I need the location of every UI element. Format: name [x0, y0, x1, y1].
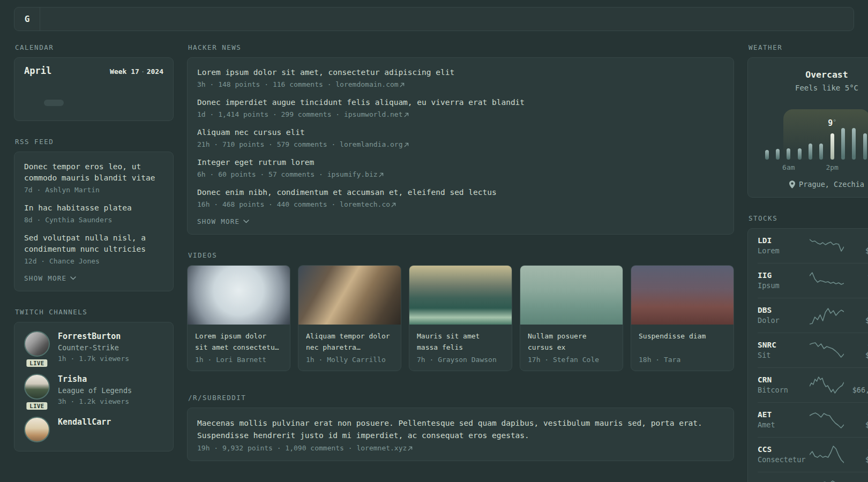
weather-widget: Overcast Feels like 5°C 9° 6am2pm10pm Pr… [747, 57, 868, 198]
stock-sparkline [810, 479, 844, 482]
video-card[interactable]: Suspendisse diam 18h · Tara [631, 265, 734, 371]
rss-item-title[interactable]: Sed volutpat nulla nisl, a condimentum n… [24, 232, 163, 255]
calendar-day [64, 100, 84, 106]
weather-hour-label: 6am [782, 163, 795, 171]
domain-text: loremlandia.org [340, 140, 402, 148]
video-meta: 1h · Molly Carrillo [298, 353, 401, 371]
video-card[interactable]: Lorem ipsum dolor sit amet consectetu… 1… [187, 265, 290, 371]
stock-values: +2.84% $42.04 [844, 270, 868, 291]
weather-current-temp: 9° [828, 118, 836, 128]
stock-id: CRN Bitcorn [758, 374, 810, 395]
stock-values: +1.36% $148.64 [844, 340, 868, 360]
stock-row[interactable]: AET Amet +0.92% $499.72 [758, 402, 868, 437]
calendar-day [124, 93, 144, 99]
twitch-channel-meta: 3h · 1.2k viewers [58, 396, 132, 407]
rss-item: In hac habitasse platea 8d · Cynthia Sau… [24, 202, 163, 224]
rss-item-title[interactable]: In hac habitasse platea [24, 202, 163, 214]
stock-row[interactable]: AHS +0.46% [758, 472, 868, 482]
hackernews-item: Aliquam nec cursus elit 21h · 710 points… [197, 127, 724, 148]
calendar-weekday [64, 81, 84, 87]
current-temp-value: 9 [828, 118, 833, 128]
location-pin-icon [789, 180, 795, 189]
hackernews-item-title[interactable]: Aliquam nec cursus elit [197, 127, 724, 138]
weather-bar [863, 133, 867, 160]
stock-sparkline [810, 341, 844, 360]
stock-values: +0.92% $499.72 [844, 409, 868, 430]
calendar-day [144, 107, 163, 113]
stock-row[interactable]: SNRC Sit +1.36% $148.64 [758, 333, 868, 367]
rss-widget: Donec tempor eros leo, ut commodo mauris… [14, 152, 174, 291]
video-card[interactable]: Aliquam tempor dolor nec pharetra… 1h · … [298, 265, 401, 371]
hackernews-show-more-button[interactable]: SHOW MORE [197, 217, 249, 225]
calendar-weekday [84, 81, 103, 87]
hackernews-item-domain[interactable]: ipsumify.biz [327, 170, 384, 178]
stock-values: -1.00% $66,171.48 [844, 374, 868, 395]
app-logo[interactable]: G [14, 7, 40, 31]
calendar-day [104, 93, 124, 99]
left-column: CALENDAR April Week 17·2024 RSS FEED [14, 43, 174, 451]
hackernews-item-title[interactable]: Donec enim nibh, condimentum et accumsan… [197, 187, 724, 198]
rss-item-title[interactable]: Donec tempor eros leo, ut commodo mauris… [24, 161, 163, 184]
calendar-day [104, 107, 124, 113]
video-title: Nullam posuere cursus ex [520, 325, 623, 353]
stock-sparkline [810, 410, 844, 430]
subreddit-post-title[interactable]: Maecenas mollis pulvinar erat non posuer… [197, 417, 724, 442]
hackernews-item-stats: 21h · 710 points · 579 comments · [197, 140, 335, 148]
calendar-day [44, 107, 64, 113]
weather-bar [787, 148, 790, 160]
rss-show-more-button[interactable]: SHOW MORE [24, 274, 76, 282]
stock-symbol: CRN [758, 374, 810, 385]
top-bar: G [14, 7, 854, 31]
stocks-widget: LDI Lorem +4.35% $795.18 IIG Ips [747, 228, 868, 482]
video-card[interactable]: Nullam posuere cursus ex 17h · Stefan Co… [520, 265, 623, 371]
weather-location: Prague, Czechia [758, 180, 868, 189]
external-link-icon [391, 202, 396, 207]
twitch-channel-category: League of Legends [58, 385, 132, 396]
dashboard-page: G CALENDAR April Week 17·2024 [0, 0, 868, 482]
video-meta: 1h · Lori Barnett [188, 353, 290, 371]
twitch-channel-row[interactable]: KendallCarr [24, 417, 163, 442]
stock-row[interactable]: CRN Bitcorn -1.00% $66,171.48 [758, 367, 868, 402]
calendar-day [64, 107, 84, 113]
stocks-section: STOCKS LDI Lorem +4.35% $795.18 [747, 214, 868, 482]
stock-row[interactable]: LDI Lorem +4.35% $795.18 [758, 229, 868, 263]
rss-list: Donec tempor eros leo, ut commodo mauris… [24, 161, 163, 265]
video-title: Mauris sit amet massa felis [409, 325, 512, 353]
weather-bar [841, 128, 845, 160]
stock-id: AET Amet [758, 409, 810, 430]
twitch-channel-meta: 1h · 1.7k viewers [58, 353, 129, 364]
hackernews-item-title[interactable]: Lorem ipsum dolor sit amet, consectetur … [197, 67, 724, 78]
twitch-channel-row[interactable]: LIVE ForrestBurton Counter-Strike 1h · 1… [24, 331, 163, 364]
stock-row[interactable]: IIG Ipsum +2.84% $42.04 [758, 263, 868, 298]
weather-bar-slot [827, 133, 837, 160]
twitch-channel-row[interactable]: LIVE Trisha League of Legends 3h · 1.2k … [24, 374, 163, 407]
weather-feels-like: Feels like 5°C [758, 84, 868, 92]
subreddit-post-domain[interactable]: loremnet.xyz [356, 444, 413, 452]
calendar-day [24, 93, 44, 99]
video-card[interactable]: Mauris sit amet massa felis 7h · Grayson… [409, 265, 512, 371]
weather-bar-slot [816, 144, 827, 160]
stock-row[interactable]: CCS Consectetur +0.51% $165.84 [758, 437, 868, 472]
hackernews-item-title[interactable]: Integer eget rutrum lorem [197, 157, 724, 168]
stock-row[interactable]: DBS Dolor +1.42% $156.28 [758, 298, 868, 333]
weather-bar-slot [761, 150, 772, 160]
weather-location-text: Prague, Czechia [799, 180, 864, 189]
weather-section: WEATHER Overcast Feels like 5°C 9° 6am2p… [747, 43, 868, 198]
chevron-down-icon [243, 220, 249, 223]
calendar-weekday [144, 81, 163, 87]
hackernews-item-meta: 21h · 710 points · 579 comments · loreml… [197, 140, 724, 148]
hackernews-item-domain[interactable]: loremlandia.org [340, 140, 408, 148]
video-row: Lorem ipsum dolor sit amet consectetu… 1… [187, 265, 734, 371]
degree-symbol: ° [833, 118, 836, 125]
weather-bar [809, 144, 812, 160]
weather-bar [852, 128, 856, 160]
hackernews-item-stats: 16h · 468 points · 440 comments · [197, 200, 335, 208]
calendar-weekday [24, 81, 44, 87]
calendar-section: CALENDAR April Week 17·2024 [14, 43, 174, 121]
hackernews-item-title[interactable]: Donec imperdiet augue tincidunt felis al… [197, 97, 724, 108]
weather-bar [798, 148, 802, 160]
hackernews-item-domain[interactable]: loremtech.co [340, 200, 396, 208]
weather-bar-slot [772, 149, 783, 160]
hackernews-item-domain[interactable]: loremdomain.com [335, 80, 404, 88]
hackernews-item-domain[interactable]: ipsumworld.net [344, 110, 409, 118]
